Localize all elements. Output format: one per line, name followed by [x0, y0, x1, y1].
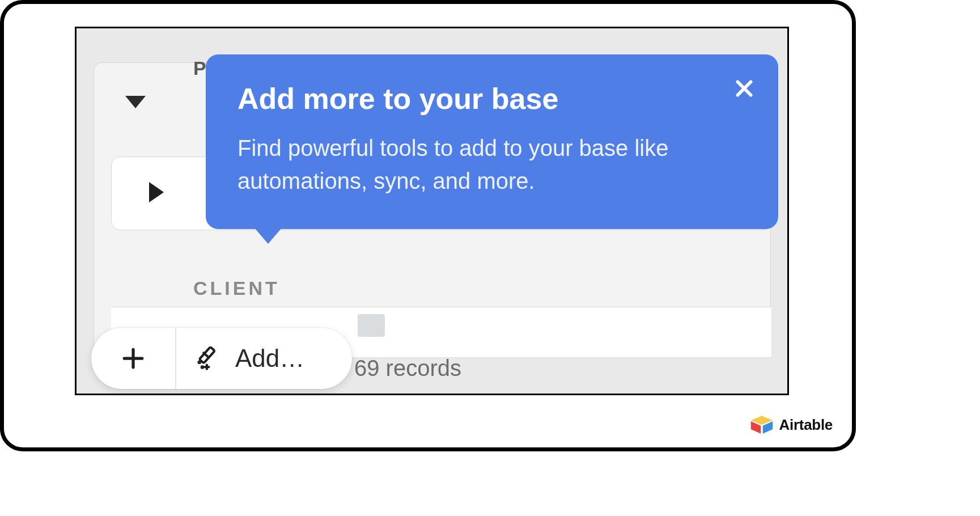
onboarding-tooltip: Add more to your base Find powerful tool…: [206, 54, 778, 229]
field-label-client: CLIENT: [193, 277, 280, 299]
add-more-label: Add…: [235, 344, 304, 373]
airtable-brand-text: Airtable: [779, 416, 833, 434]
add-button[interactable]: [91, 328, 176, 389]
svg-point-7: [202, 366, 203, 367]
close-icon[interactable]: [733, 77, 756, 100]
tooltip-body: Find powerful tools to add to your base …: [237, 132, 746, 197]
tooltip-title: Add more to your base: [237, 82, 746, 116]
svg-point-6: [199, 362, 200, 363]
add-more-button[interactable]: Add…: [176, 344, 352, 373]
add-tools-pill: Add…: [91, 328, 352, 389]
cell-placeholder: [358, 314, 385, 337]
chevron-right-icon: [149, 182, 164, 202]
airtable-brand: Airtable: [750, 415, 833, 435]
chevron-down-icon[interactable]: [125, 96, 146, 108]
card-frame: P CLIENT Add more to your base Find powe…: [0, 0, 856, 451]
records-count: 69 records: [354, 356, 461, 381]
svg-line-5: [203, 353, 208, 357]
tooltip-arrow: [254, 228, 282, 244]
app-window: P CLIENT Add more to your base Find powe…: [75, 27, 789, 395]
section-header-fragment: P: [193, 57, 207, 79]
magic-wand-icon: [194, 344, 223, 373]
airtable-logo-icon: [750, 415, 774, 435]
plus-icon: [121, 346, 145, 370]
